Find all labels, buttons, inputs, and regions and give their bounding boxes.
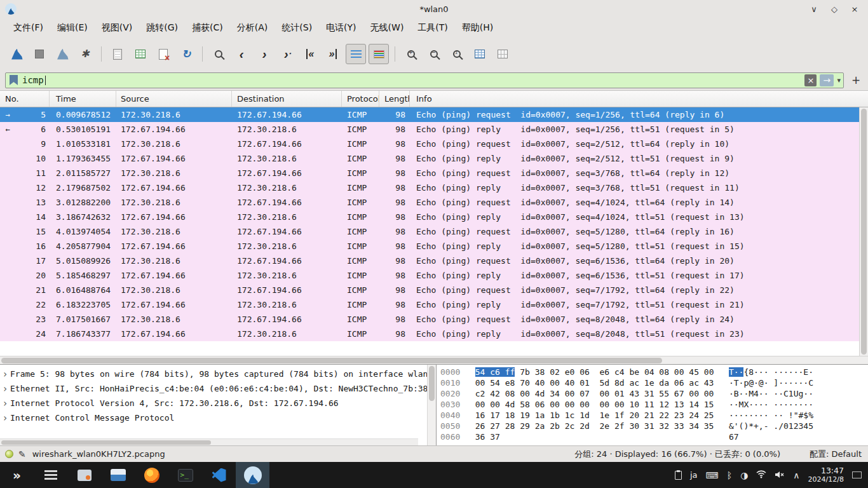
hex-row[interactable]: 001000 54 e8 70 40 00 40 01 5d 8d ac 1e … xyxy=(440,378,868,389)
expander-icon[interactable]: › xyxy=(0,398,10,409)
hex-row[interactable]: 0020c2 42 08 00 4d 34 00 07 00 01 43 31 … xyxy=(440,389,868,400)
expander-icon[interactable]: › xyxy=(0,383,10,395)
menu-item[interactable]: 文件(F) xyxy=(6,20,50,36)
menu-item[interactable]: 无线(W) xyxy=(363,20,411,36)
go-back-button[interactable]: ‹ xyxy=(231,44,252,64)
zoom-in-button[interactable] xyxy=(401,44,421,64)
task-view-button[interactable] xyxy=(34,462,67,488)
file-manager-button[interactable] xyxy=(101,462,135,488)
filter-dropdown-icon[interactable]: ▾ xyxy=(837,76,841,85)
titlebar[interactable]: *wlan0 ∨ ◇ × xyxy=(0,0,868,18)
column-header[interactable]: Protocol xyxy=(342,91,379,107)
close-file-button[interactable] xyxy=(153,44,173,64)
packet-row[interactable]: 164.205877904172.67.194.66172.30.218.6IC… xyxy=(0,239,859,254)
terminal-button[interactable]: > xyxy=(168,462,202,488)
packet-row[interactable]: 122.179687502172.67.194.66172.30.218.6IC… xyxy=(0,180,859,195)
packet-row[interactable]: 91.010533181172.30.218.6172.67.194.66ICM… xyxy=(0,137,859,151)
menu-item[interactable]: 帮助(H) xyxy=(455,20,500,36)
packet-row[interactable]: 101.179363455172.67.194.66172.30.218.6IC… xyxy=(0,151,859,166)
clipboard-icon[interactable] xyxy=(675,471,682,480)
menu-item[interactable]: 跳转(G) xyxy=(139,20,185,36)
show-desktop-icon[interactable] xyxy=(852,471,862,478)
zoom-reset-button[interactable] xyxy=(447,44,467,64)
reload-file-button[interactable]: ↻ xyxy=(176,44,196,64)
hex-ascii[interactable]: ········ ·· !"#$% xyxy=(729,410,813,421)
open-file-button[interactable] xyxy=(107,44,128,64)
hex-bytes[interactable]: c2 42 08 00 4d 34 00 07 00 01 43 31 55 6… xyxy=(475,389,719,400)
wifi-icon[interactable] xyxy=(756,469,766,481)
hex-row[interactable]: 000054 c6 ff 7b 38 02 e0 06 e6 c4 be 04 … xyxy=(440,367,868,378)
maximize-button[interactable]: ◇ xyxy=(827,4,841,14)
filter-bookmark-icon[interactable] xyxy=(10,75,18,85)
hex-ascii[interactable]: ·B··M4·· ··C1Ug·· xyxy=(729,389,813,400)
hex-ascii[interactable]: ·T·p@·@· ]······C xyxy=(729,378,813,389)
packet-row[interactable]: 112.011585727172.30.218.6172.67.194.66IC… xyxy=(0,166,859,180)
detail-row[interactable]: ›Frame 5: 98 bytes on wire (784 bits), 9… xyxy=(0,367,427,381)
hex-bytes[interactable]: 00 00 4d 58 06 00 00 00 00 00 10 11 12 1… xyxy=(475,400,719,410)
colorize-button[interactable] xyxy=(369,44,389,64)
scrollbar-thumb[interactable] xyxy=(1,440,211,445)
save-file-button[interactable] xyxy=(130,44,151,64)
column-header[interactable]: Length xyxy=(379,91,410,107)
menu-item[interactable]: 分析(A) xyxy=(230,20,275,36)
resize-columns-button[interactable] xyxy=(470,44,490,64)
stop-capture-button[interactable] xyxy=(29,44,50,64)
packet-row[interactable]: 237.017501667172.30.218.6172.67.194.66IC… xyxy=(0,312,859,327)
column-header[interactable]: Time xyxy=(50,91,116,107)
filter-clear-icon[interactable]: × xyxy=(804,74,817,86)
nightlight-icon[interactable]: ◑ xyxy=(740,470,748,480)
hex-bytes[interactable]: 36 37 xyxy=(475,432,719,443)
go-forward-button[interactable]: › xyxy=(254,44,275,64)
hex-row[interactable]: 003000 00 4d 58 06 00 00 00 00 00 10 11 … xyxy=(440,400,868,410)
hex-ascii[interactable]: 67 xyxy=(729,432,739,443)
wireshark-taskbar-button[interactable] xyxy=(236,462,269,488)
horizontal-scrollbar[interactable] xyxy=(0,356,868,364)
volume-muted-icon[interactable] xyxy=(775,469,785,481)
layout-columns-button[interactable] xyxy=(492,44,513,64)
find-packet-button[interactable] xyxy=(208,44,229,64)
column-header[interactable]: Destination xyxy=(232,91,342,107)
tray-expand-icon[interactable]: ∧ xyxy=(793,470,799,480)
close-button[interactable]: × xyxy=(848,4,862,14)
column-header[interactable]: No. xyxy=(0,91,50,107)
keyboard-icon[interactable]: ⌨ xyxy=(706,470,719,480)
capture-file-status-icon[interactable] xyxy=(5,450,13,458)
hex-bytes[interactable]: 26 27 28 29 2a 2b 2c 2d 2e 2f 30 31 32 3… xyxy=(475,421,719,432)
capture-filename[interactable]: wireshark_wlan0KH7LY2.pcapng xyxy=(32,449,165,459)
zoom-out-button[interactable] xyxy=(424,44,444,64)
hex-bytes[interactable]: 54 c6 ff 7b 38 02 e0 06 e6 c4 be 04 08 0… xyxy=(475,367,719,378)
hex-row[interactable]: 004016 17 18 19 1a 1b 1c 1d 1e 1f 20 21 … xyxy=(440,410,868,421)
auto-scroll-button[interactable] xyxy=(346,44,366,64)
packet-row[interactable]: 133.012882200172.30.218.6172.67.194.66IC… xyxy=(0,195,859,210)
menu-item[interactable]: 视图(V) xyxy=(95,20,140,36)
menu-item[interactable]: 捕获(C) xyxy=(185,20,230,36)
hex-ascii[interactable]: &'()*+,- ./012345 xyxy=(729,421,813,432)
bluetooth-icon[interactable]: ᛒ xyxy=(727,470,732,480)
hex-bytes[interactable]: 00 54 e8 70 40 00 40 01 5d 8d ac 1e da 0… xyxy=(475,378,719,389)
packet-row[interactable]: 175.015089926172.30.218.6172.67.194.66IC… xyxy=(0,254,859,268)
scrollbar-thumb[interactable] xyxy=(429,366,435,401)
column-header[interactable]: Source xyxy=(116,91,232,107)
menu-item[interactable]: 编辑(E) xyxy=(50,20,95,36)
filter-text[interactable]: icmp xyxy=(22,75,44,85)
hex-ascii[interactable]: ··MX···· ········ xyxy=(729,400,813,410)
vertical-scrollbar[interactable] xyxy=(859,107,868,356)
display-filter-input[interactable]: icmp × → ▾ xyxy=(5,72,844,88)
profile-label[interactable]: 配置: Default xyxy=(810,449,862,460)
app-launcher-button[interactable]: » xyxy=(0,462,34,488)
packet-row[interactable]: 154.013974054172.30.218.6172.67.194.66IC… xyxy=(0,224,859,239)
detail-row[interactable]: ›Ethernet II, Src: HonHaiPrecis_c4:be:04… xyxy=(0,381,427,396)
first-packet-button[interactable]: « xyxy=(300,44,320,64)
start-capture-button[interactable] xyxy=(6,44,27,64)
scrollbar-thumb[interactable] xyxy=(1,358,662,363)
filter-add-button[interactable]: + xyxy=(849,73,863,87)
firefox-button[interactable] xyxy=(135,462,168,488)
packet-row[interactable]: ←60.530105191172.67.194.66172.30.218.6IC… xyxy=(0,122,859,137)
restart-capture-button[interactable] xyxy=(52,44,72,64)
hex-row[interactable]: 006036 3767 xyxy=(440,432,868,443)
packet-row[interactable]: 247.186743377172.67.194.66172.30.218.6IC… xyxy=(0,327,859,341)
detail-row[interactable]: ›Internet Protocol Version 4, Src: 172.3… xyxy=(0,396,427,410)
capture-comment-icon[interactable]: ✎ xyxy=(18,449,26,459)
menu-item[interactable]: 工具(T) xyxy=(410,20,454,36)
packet-row[interactable]: 226.183223705172.67.194.66172.30.218.6IC… xyxy=(0,297,859,312)
